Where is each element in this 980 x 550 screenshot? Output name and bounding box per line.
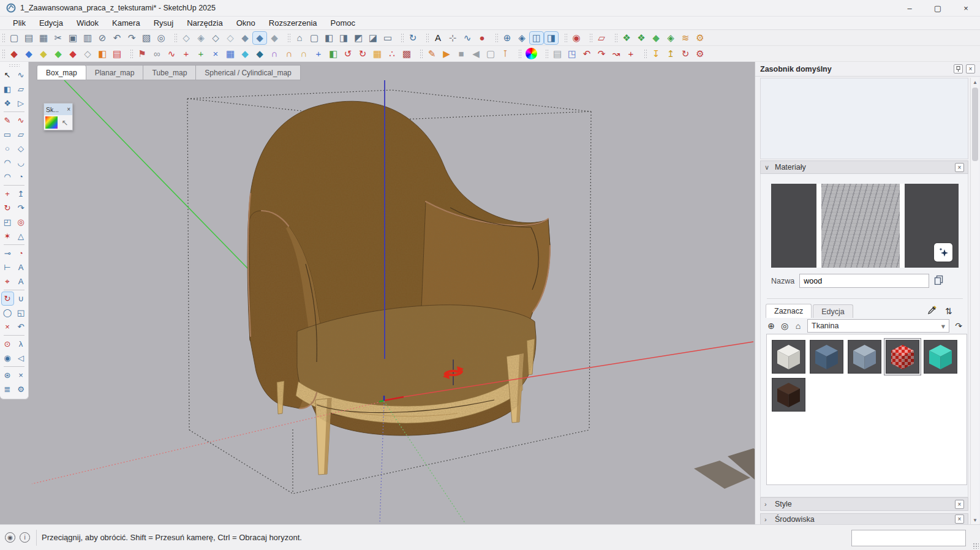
text-icon[interactable]: A	[15, 260, 28, 274]
toolbar-grip[interactable]	[287, 33, 290, 43]
color-wheel-icon[interactable]	[526, 48, 537, 59]
line-icon[interactable]: ✎	[1, 113, 14, 127]
shaded-textures-icon[interactable]: ◆	[252, 31, 267, 45]
materials-section-header[interactable]: ∨ Materiały ×	[760, 160, 968, 174]
material-swatch-white-fabric[interactable]	[772, 340, 805, 374]
materials-close-icon[interactable]: ×	[955, 163, 964, 172]
tray-pin-icon[interactable]	[954, 64, 963, 73]
export-up-icon[interactable]: ↥	[663, 47, 678, 61]
move-icon[interactable]: +	[1, 187, 14, 201]
scroll-down-icon[interactable]: ▼	[971, 516, 979, 524]
menu-narzdzia[interactable]: Narzędzia	[180, 18, 230, 28]
section-display-icon[interactable]: ◈	[514, 31, 529, 45]
toolbar-grip[interactable]	[401, 33, 404, 43]
anim-doc-icon[interactable]: ▢	[483, 47, 498, 61]
texture-flip-icon[interactable]: ↝	[609, 47, 624, 61]
section-fill-icon[interactable]: ◨	[544, 31, 559, 45]
toolbar-grip[interactable]	[589, 33, 592, 43]
plugin-stack-icon[interactable]: ≣	[1, 382, 14, 396]
scene-tab-spherical-cylindical-map[interactable]: Spherical / Cylindical_map	[196, 65, 300, 80]
anim-export-icon[interactable]: ✎	[424, 47, 439, 61]
duplicate-material-icon[interactable]	[934, 275, 944, 287]
uv-add-green-icon[interactable]: +	[194, 47, 208, 61]
material-swatch-teal-fabric[interactable]	[924, 340, 957, 374]
fredo-yellow-icon[interactable]: ◆	[36, 47, 51, 61]
top-view-icon[interactable]: ▢	[307, 31, 322, 45]
palette-grip[interactable]	[9, 64, 20, 67]
cleanup-broom-icon[interactable]: ≋	[678, 31, 693, 45]
toolbar-grip[interactable]	[174, 33, 177, 43]
uv-drop-blue-icon[interactable]: ◆	[238, 47, 252, 61]
texture-projection-icon[interactable]: ▱	[594, 31, 609, 45]
material-swap-icon[interactable]: ◧	[95, 47, 110, 61]
uv-loop-purple-icon[interactable]: ∩	[267, 47, 282, 61]
help-info-icon[interactable]: i	[20, 532, 30, 543]
tray-close-icon[interactable]: ×	[966, 64, 975, 73]
polygon-icon[interactable]: ◇	[15, 141, 28, 156]
open-file-icon[interactable]: ▤	[21, 31, 36, 45]
collection-dropdown[interactable]: Tkanina ▾	[807, 319, 949, 333]
swirl-red-icon[interactable]: ↻	[678, 47, 693, 61]
uv-move-icon[interactable]: +	[311, 47, 326, 61]
model-info-icon[interactable]: ◎	[154, 31, 168, 45]
uv-dots-red-icon[interactable]: ∴	[385, 47, 399, 61]
material-stripes-icon[interactable]: ▤	[110, 47, 124, 61]
uv-cursor-icon[interactable]: ↖	[59, 116, 71, 129]
secondary-pane-icon[interactable]: ⇅	[943, 306, 954, 317]
menu-pomoc[interactable]: Pomoc	[324, 18, 362, 28]
monochrome-icon[interactable]: ◆	[267, 31, 282, 45]
scale-icon[interactable]: ◰	[1, 215, 14, 229]
left-view-icon[interactable]: ◪	[366, 31, 380, 45]
resize-grip[interactable]	[973, 543, 979, 549]
orbit-model-icon[interactable]: ↻	[405, 31, 420, 45]
fredo-red-blue-icon[interactable]: ◆	[7, 47, 21, 61]
solid-trim-icon[interactable]: ◆	[649, 31, 663, 45]
toolbar-grip[interactable]	[545, 49, 548, 59]
3d-scene[interactable]	[29, 62, 755, 524]
arc-icon[interactable]: ◠	[1, 156, 14, 170]
menu-rysuj[interactable]: Rysuj	[147, 18, 181, 28]
axes-tool-icon[interactable]: ⌖	[1, 274, 14, 288]
select-icon[interactable]: ↖	[1, 68, 14, 82]
shaded-icon[interactable]: ◆	[238, 31, 252, 45]
anim-pin-icon[interactable]: ⊺	[498, 47, 513, 61]
hidden-line-icon[interactable]: ◇	[223, 31, 238, 45]
scene-tab-box-map[interactable]: Box_map	[37, 65, 86, 80]
uv-drop-dark-icon[interactable]: ◆	[252, 47, 267, 61]
uv-rotate-left-icon[interactable]: ↺	[341, 47, 355, 61]
material-swatch-dark-blue-fabric[interactable]	[810, 340, 843, 374]
environments-close-icon[interactable]: ×	[955, 514, 964, 524]
stamp-icon[interactable]: ⊹	[445, 31, 460, 45]
pie-icon[interactable]: ◔	[15, 170, 28, 184]
anim-play-icon[interactable]: ▶	[439, 47, 454, 61]
mini-palette-close-icon[interactable]: ×	[67, 106, 70, 113]
fredo-outline-icon[interactable]: ◇	[80, 47, 95, 61]
uv-add-red-icon[interactable]: +	[179, 47, 194, 61]
scene-tab-tube-map[interactable]: Tube_map	[143, 65, 196, 80]
model-viewport[interactable]: Box_mapPlanar_mapTube_mapSpherical / Cyl…	[0, 62, 755, 524]
set-default-icon[interactable]: ◎	[779, 320, 790, 331]
tab-edit[interactable]: Edycja	[813, 304, 853, 318]
toolbar-grip[interactable]	[2, 49, 5, 59]
zoom-extents-icon[interactable]: ×	[1, 320, 14, 334]
anim-stop-icon[interactable]: ■	[454, 47, 469, 61]
iso-view-icon[interactable]: ⌂	[292, 31, 307, 45]
eyedropper-icon[interactable]	[927, 305, 937, 317]
texture-quad-blue-icon[interactable]: ◳	[565, 47, 579, 61]
uv-loop-orange-icon[interactable]: ∩	[282, 47, 296, 61]
3d-text-icon[interactable]: A	[431, 31, 445, 45]
toolbar-grip[interactable]	[495, 33, 498, 43]
paint-bucket-icon[interactable]: ◧	[1, 82, 14, 96]
toolbar-grip[interactable]	[2, 33, 5, 43]
offset-icon[interactable]: ◎	[15, 215, 28, 229]
tape-measure-icon[interactable]: ⊸	[1, 246, 14, 260]
menu-okno[interactable]: Okno	[230, 18, 262, 28]
component-icon[interactable]: ❖	[1, 96, 14, 110]
wireframe-icon[interactable]: ◇	[208, 31, 223, 45]
uv-mosaic-icon[interactable]: ▩	[399, 47, 414, 61]
toolbar-grip[interactable]	[518, 49, 521, 59]
solid-pyramid-icon[interactable]: △	[15, 229, 28, 243]
sample-paint-icon[interactable]: ↷	[953, 320, 964, 331]
eraser-icon[interactable]: ▱	[15, 82, 28, 96]
plugin-wrap-icon[interactable]: ⊛	[1, 368, 14, 382]
